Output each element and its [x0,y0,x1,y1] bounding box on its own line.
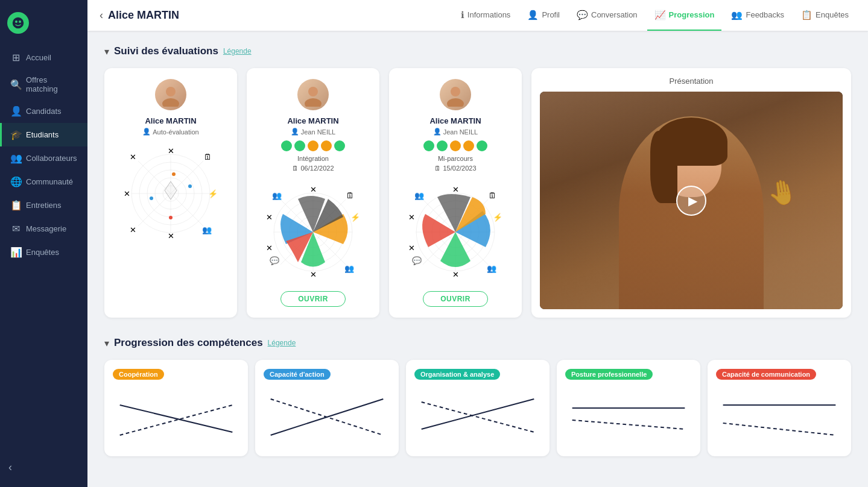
presentation-title: Présentation [540,77,843,86]
progression-section-header: ▾ Progression des compétences Légende [104,337,851,349]
calendar-icon: 🗓 [292,165,299,172]
svg-point-4 [162,98,179,107]
sidebar-item-label: Etudiants [26,130,59,139]
card-date-mi: 🗓 15/02/2023 [434,165,476,172]
suivi-toggle[interactable]: ▾ [104,46,109,57]
dot-1 [281,140,292,151]
card-evaluator-mi: 👤 Jean NEILL [433,128,478,136]
accueil-icon: ⊞ [10,52,21,63]
svg-marker-14 [165,181,177,200]
communaute-icon: 🌐 [10,176,21,187]
sidebar-item-label: Communauté [26,177,73,186]
radar-chart-mi: ✕ ✕ ⚡ ✕ ✕ 🗓 👥 👥 💬 [407,184,504,280]
card-evaluator-integration: 👤 Jean NEILL [291,128,335,136]
page-title: Alice MARTIN [108,9,179,22]
suivi-title: Suivi des évaluations [114,45,218,57]
card-dots-integration [281,140,345,151]
header-nav: ℹ Informations 👤 Profil 💬 Conversation 📈… [454,0,856,31]
avatar-alice-integration [297,79,329,110]
play-icon: ▶ [688,193,697,208]
svg-point-19 [308,87,318,96]
chart-action [264,387,390,447]
nav-progression[interactable]: 📈 Progression [647,0,722,31]
dot-5 [334,140,345,151]
card-name-auto: Alice MARTIN [145,116,196,125]
nav-conversation[interactable]: 💬 Conversation [569,0,645,31]
sidebar-item-candidats[interactable]: 👤 Candidats [0,99,87,123]
svg-line-46 [422,399,534,429]
svg-point-30 [451,87,460,96]
open-button-integration[interactable]: OUVRIR [280,291,346,307]
badge-organisation: Organisation & analyse [414,369,500,380]
card-phase-integration: Intégration [297,155,329,162]
etudiants-icon: 🎓 [10,129,21,140]
logo[interactable] [7,12,29,34]
sidebar-item-etudiants[interactable]: 🎓 Etudiants [0,123,87,146]
calendar-icon-mi: 🗓 [434,165,441,172]
sidebar-item-enquetes[interactable]: 📊 Enquêtes [0,240,87,264]
radar-chart-auto: ✕ ✕ ⚡ ✕ ✕ 🗓 ✕ 👥 [122,145,219,242]
video-bg: ▶ 🤚 [540,92,843,309]
profil-icon: 👤 [527,10,539,20]
play-button[interactable]: ▶ [676,186,706,216]
suivi-legend[interactable]: Légende [223,47,252,55]
svg-line-42 [120,405,233,432]
badge-cooperation: Coopération [113,369,164,380]
svg-line-45 [422,402,534,432]
sidebar-item-accueil[interactable]: ⊞ Accueil [0,46,87,69]
enquetes-icon: 📊 [10,247,21,258]
sidebar-item-label: Messagerie [26,224,66,233]
svg-line-50 [723,423,836,435]
card-name-mi: Alice MARTIN [429,116,481,125]
svg-point-17 [169,216,173,219]
sidebar-item-label: Offres matching [26,75,79,93]
badge-action: Capacité d'action [264,369,331,380]
competency-card-action: Capacité d'action [255,360,399,456]
nav-enquetes[interactable]: 📋 Enquêtes [794,0,856,31]
svg-point-2 [19,20,21,23]
dot-2 [294,140,305,151]
svg-line-48 [572,420,685,429]
sidebar-item-label: Collaborateurs [26,154,77,163]
svg-point-3 [166,87,176,96]
card-evaluator-auto: 👤 Auto-évaluation [142,128,198,136]
open-button-mi[interactable]: OUVRIR [423,291,488,307]
card-date-integration: 🗓 06/12/2022 [292,165,334,172]
sidebar-item-entretiens[interactable]: 📋 Entretiens [0,193,87,217]
svg-point-15 [172,172,176,176]
progression-title: Progression des compétences [114,337,263,349]
eval-card-integration: Alice MARTIN 👤 Jean NEILL Intégration 🗓 … [247,68,379,318]
badge-posture: Posture professionnelle [565,369,653,380]
messagerie-icon: ✉ [10,223,21,234]
avatar-alice-mi [440,79,471,110]
nav-informations[interactable]: ℹ Informations [454,0,518,31]
svg-point-31 [447,98,464,107]
dot-mi-1 [423,140,434,151]
sidebar-item-collaborateurs[interactable]: 👥 Collaborateurs [0,146,87,170]
svg-point-0 [12,17,24,29]
nav-feedbacks[interactable]: 👥 Feedbacks [724,0,791,31]
avatar-alice-auto [155,79,186,110]
progression-section: ▾ Progression des compétences Légende Co… [104,337,851,456]
back-button[interactable]: ‹ [100,9,103,22]
sidebar-item-communaute[interactable]: 🌐 Communauté [0,170,87,193]
dot-3 [308,140,318,151]
dot-4 [321,140,332,151]
sidebar-collapse-button[interactable]: ‹ [0,455,21,480]
dot-mi-4 [463,140,474,151]
chart-cooperation [113,387,239,447]
page-content: ▾ Suivi des évaluations Légende Alice MA… [87,31,868,487]
progression-legend[interactable]: Légende [268,339,296,347]
progression-toggle[interactable]: ▾ [104,338,109,349]
sidebar-item-messagerie[interactable]: ✉ Messagerie [0,217,87,240]
sidebar-item-offres[interactable]: 🔍 Offres matching [0,69,87,99]
main-content: ‹ Alice MARTIN ℹ Informations 👤 Profil 💬… [87,0,868,487]
chart-organisation [414,387,541,447]
competency-card-communication: Capacité de communication [708,360,851,456]
enquetes-nav-icon: 📋 [801,10,813,20]
badge-communication: Capacité de communication [716,369,816,380]
sidebar: ⊞ Accueil 🔍 Offres matching 👤 Candidats … [0,0,87,487]
nav-profil[interactable]: 👤 Profil [520,0,567,31]
eval-card-auto: Alice MARTIN 👤 Auto-évaluation [104,68,237,318]
video-container[interactable]: ▶ 🤚 [540,92,843,309]
